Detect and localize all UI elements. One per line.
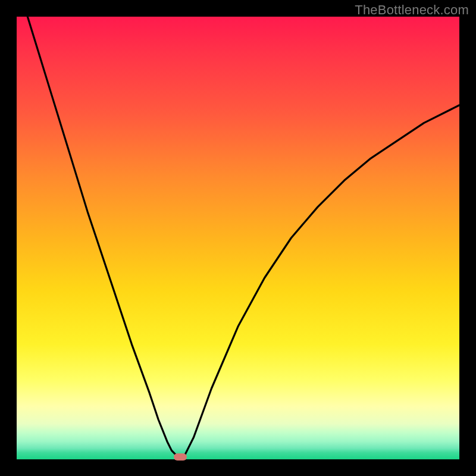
bottleneck-curve	[17, 17, 459, 459]
chart-frame: TheBottleneck.com	[0, 0, 476, 476]
minimum-marker	[174, 453, 187, 461]
watermark-text: TheBottleneck.com	[355, 2, 469, 18]
curve-path	[17, 0, 459, 459]
